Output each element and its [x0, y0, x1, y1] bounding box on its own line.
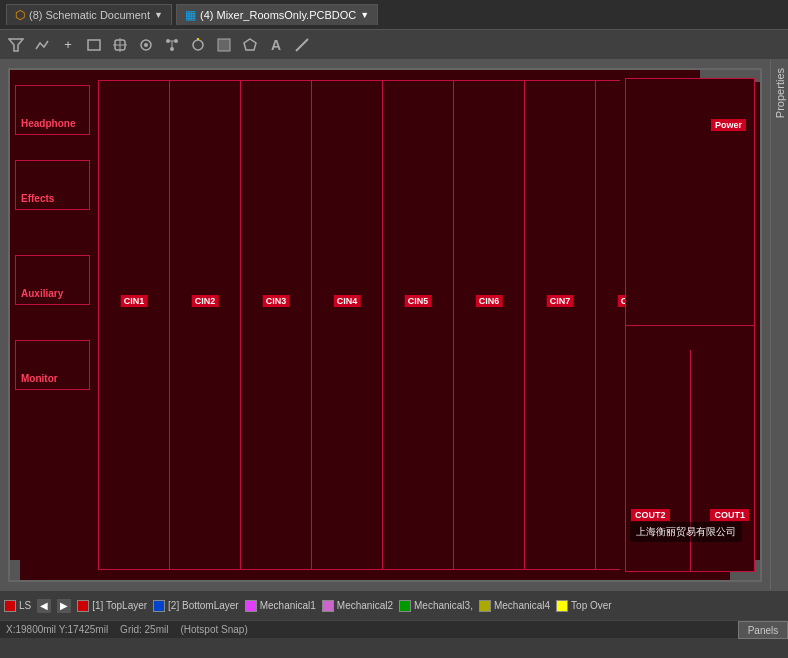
schematic-tab-label: (8) Schematic Document [29, 9, 150, 21]
pcb-board: Headphone Effects Auxiliary Monitor CIN1 [8, 68, 762, 582]
main-area: Headphone Effects Auxiliary Monitor CIN1 [0, 60, 788, 590]
title-bar: ⬡ (8) Schematic Document ▼ ▦ (4) Mixer_R… [0, 0, 788, 30]
panels-label: Panels [748, 625, 779, 636]
headphone-label: Headphone [21, 118, 75, 129]
add-tool[interactable]: + [56, 33, 80, 57]
mechanical3-label: Mechanical3, [414, 600, 473, 611]
watermark: 上海衡丽贸易有限公司 [630, 522, 742, 542]
net-tool[interactable] [160, 33, 184, 57]
layer2-label: [2] BottomLayer [168, 600, 239, 611]
pcb-tab-dropdown-icon[interactable]: ▼ [360, 10, 369, 20]
mechanical4-color [479, 600, 491, 612]
mechanical4-label: Mechanical4 [494, 600, 550, 611]
schematic-icon: ⬡ [15, 8, 25, 22]
channel-cin7: CIN7 [525, 81, 596, 569]
power-tool[interactable] [186, 33, 210, 57]
mechanical4-item[interactable]: Mechanical4 [479, 600, 550, 612]
board-cutout-bottom-left [10, 560, 20, 580]
cin7-label: CIN7 [547, 295, 574, 307]
cin4-label: CIN4 [334, 295, 361, 307]
properties-label[interactable]: Properties [774, 68, 786, 118]
auxiliary-label: Auxiliary [21, 288, 63, 299]
component-tool[interactable] [134, 33, 158, 57]
canvas-area[interactable]: Headphone Effects Auxiliary Monitor CIN1 [0, 60, 770, 590]
toolbar: + A [0, 30, 788, 60]
cin3-label: CIN3 [263, 295, 290, 307]
svg-rect-14 [218, 39, 230, 51]
pcb-tab-label: (4) Mixer_RoomsOnly.PCBDOC [200, 9, 356, 21]
coords-display: X:19800mil Y:17425mil [6, 624, 108, 635]
layer-prev[interactable]: ◀ [37, 599, 51, 613]
channel-cin1: CIN1 [99, 81, 170, 569]
pad-tool[interactable] [108, 33, 132, 57]
svg-rect-1 [88, 40, 100, 50]
route-tool[interactable] [30, 33, 54, 57]
channel-cin3: CIN3 [241, 81, 312, 569]
panels-button[interactable]: Panels [738, 621, 788, 639]
panel-auxiliary: Auxiliary [15, 255, 90, 305]
mechanical1-color [245, 600, 257, 612]
channel-strips: CIN1 CIN2 CIN3 CIN4 CIN5 [98, 80, 620, 570]
layer2-color [153, 600, 165, 612]
right-section: Power COUT2 COUT1 [625, 78, 755, 572]
cout1-label: COUT1 [710, 509, 749, 521]
monitor-label: Monitor [21, 373, 58, 384]
channel-cin2: CIN2 [170, 81, 241, 569]
mechanical2-label: Mechanical2 [337, 600, 393, 611]
properties-sidebar: Properties [770, 60, 788, 590]
effects-label: Effects [21, 193, 54, 204]
top-overlay-color [556, 600, 568, 612]
svg-marker-15 [244, 39, 256, 50]
layer1-color [77, 600, 89, 612]
grid-display: Grid: 25mil [120, 624, 168, 635]
filter-tool[interactable] [4, 33, 28, 57]
pcb-tab[interactable]: ▦ (4) Mixer_RoomsOnly.PCBDOC ▼ [176, 4, 378, 25]
cin6-label: CIN6 [476, 295, 503, 307]
ls-indicator: LS [4, 600, 31, 612]
polygon-tool[interactable] [238, 33, 262, 57]
layer1-item[interactable]: [1] TopLayer [77, 600, 147, 612]
tab-dropdown-icon[interactable]: ▼ [154, 10, 163, 20]
rect-tool[interactable] [82, 33, 106, 57]
svg-point-6 [144, 43, 148, 47]
top-overlay-label: Top Over [571, 600, 612, 611]
cin5-label: CIN5 [405, 295, 432, 307]
panel-headphone: Headphone [15, 85, 90, 135]
watermark-text: 上海衡丽贸易有限公司 [636, 526, 736, 537]
status-bar: X:19800mil Y:17425mil Grid: 25mil (Hotsp… [0, 620, 788, 638]
layer-next[interactable]: ▶ [57, 599, 71, 613]
layer1-label: [1] TopLayer [92, 600, 147, 611]
line-tool[interactable] [290, 33, 314, 57]
ls-color [4, 600, 16, 612]
mechanical2-color [322, 600, 334, 612]
svg-marker-0 [9, 39, 23, 51]
cin1-label: CIN1 [121, 295, 148, 307]
mechanical1-label: Mechanical1 [260, 600, 316, 611]
top-overlay-item[interactable]: Top Over [556, 600, 612, 612]
cout2-label: COUT2 [631, 509, 670, 521]
svg-line-16 [296, 39, 308, 51]
cin2-label: CIN2 [192, 295, 219, 307]
layer-bar: LS ◀ ▶ [1] TopLayer [2] BottomLayer Mech… [0, 590, 788, 620]
mechanical2-item[interactable]: Mechanical2 [322, 600, 393, 612]
right-divider [626, 325, 754, 326]
panel-monitor: Monitor [15, 340, 90, 390]
channel-cin6: CIN6 [454, 81, 525, 569]
schematic-tab[interactable]: ⬡ (8) Schematic Document ▼ [6, 4, 172, 25]
channel-cin5: CIN5 [383, 81, 454, 569]
channel-cin4: CIN4 [312, 81, 383, 569]
ls-label: LS [19, 600, 31, 611]
svg-point-12 [193, 40, 203, 50]
snap-display: (Hotspot Snap) [180, 624, 247, 635]
text-tool[interactable]: A [264, 33, 288, 57]
power-label: Power [711, 119, 746, 131]
pcb-icon: ▦ [185, 8, 196, 22]
layer2-item[interactable]: [2] BottomLayer [153, 600, 239, 612]
panel-effects: Effects [15, 160, 90, 210]
mechanical1-item[interactable]: Mechanical1 [245, 600, 316, 612]
mechanical3-color [399, 600, 411, 612]
mechanical3-item[interactable]: Mechanical3, [399, 600, 473, 612]
fill-tool[interactable] [212, 33, 236, 57]
